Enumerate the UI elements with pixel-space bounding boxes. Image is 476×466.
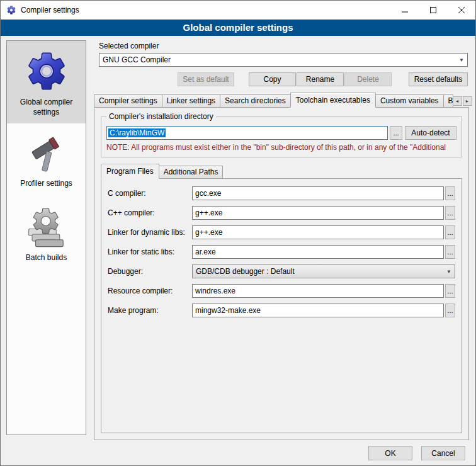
profiler-hammer-icon <box>9 134 84 175</box>
tab-toolchain-executables[interactable]: Toolchain executables <box>290 93 376 108</box>
rename-button[interactable]: Rename <box>297 72 344 86</box>
settings-tab-strip: Compiler settings Linker settings Search… <box>94 94 469 108</box>
sidebar-item-batch-builds[interactable]: Batch builds <box>7 198 86 270</box>
tab-program-files[interactable]: Program Files <box>101 164 159 179</box>
page-title: Global compiler settings <box>1 20 475 36</box>
maximize-icon <box>430 7 436 13</box>
tab-scroll-buttons: ◄ ► <box>453 96 472 108</box>
main-panel: Selected compiler GNU GCC Compiler ▼ Set… <box>93 38 470 441</box>
static-linker-label: Linker for static libs: <box>108 247 192 256</box>
blue-gear-icon <box>9 48 84 94</box>
resource-compiler-label: Resource compiler: <box>108 287 192 295</box>
resource-compiler-browse-button[interactable]: ... <box>445 284 455 298</box>
sidebar-item-profiler-settings[interactable]: Profiler settings <box>7 126 86 195</box>
compiler-action-buttons: Set as default Copy Rename Delete Reset … <box>99 72 468 86</box>
sidebar-item-label: Profiler settings <box>9 179 84 189</box>
set-as-default-button: Set as default <box>178 72 234 86</box>
installation-directory-group: Compiler's installation directory C:\ray… <box>101 116 462 157</box>
auto-detect-button[interactable]: Auto-detect <box>405 126 456 140</box>
copy-button[interactable]: Copy <box>249 72 296 86</box>
static-linker-row: Linker for static libs: ar.exe ... <box>108 245 455 259</box>
installation-directory-input[interactable]: C:\raylib\MinGW <box>106 126 388 140</box>
reset-defaults-button[interactable]: Reset defaults <box>409 72 468 86</box>
maximize-button[interactable] <box>419 1 447 20</box>
dynamic-linker-input[interactable]: g++.exe <box>192 225 444 239</box>
chevron-down-icon: ▼ <box>443 269 451 275</box>
settings-category-sidebar: Global compiler settings Profiler settin <box>6 40 86 435</box>
make-program-row: Make program: mingw32-make.exe ... <box>108 304 455 317</box>
compiler-settings-window: Compiler settings Global compiler settin… <box>0 0 476 466</box>
dialog-body: Global compiler settings Profiler settin <box>1 36 475 465</box>
c-compiler-browse-button[interactable]: ... <box>445 186 455 200</box>
make-program-label: Make program: <box>108 306 192 315</box>
static-linker-input[interactable]: ar.exe <box>192 245 444 259</box>
tab-compiler-settings[interactable]: Compiler settings <box>94 94 162 108</box>
debugger-label: Debugger: <box>108 267 192 276</box>
selected-compiler-label: Selected compiler <box>99 42 159 50</box>
installation-directory-browse-button[interactable]: ... <box>390 126 402 140</box>
toolchain-executables-panel: Compiler's installation directory C:\ray… <box>94 107 469 440</box>
program-files-panel: C compiler: gcc.exe ... C++ compiler: g+… <box>101 178 462 433</box>
cancel-button[interactable]: Cancel <box>421 446 465 460</box>
tab-linker-settings[interactable]: Linker settings <box>162 94 220 108</box>
close-icon <box>458 7 465 13</box>
cpp-compiler-label: C++ compiler: <box>108 208 192 217</box>
cpp-compiler-input[interactable]: g++.exe <box>192 206 444 220</box>
title-bar: Compiler settings <box>1 1 475 20</box>
cpp-compiler-row: C++ compiler: g++.exe ... <box>108 206 455 220</box>
tab-scroll-right-icon[interactable]: ► <box>463 96 472 106</box>
tab-custom-variables[interactable]: Custom variables <box>375 94 444 108</box>
installation-directory-group-title: Compiler's installation directory <box>106 112 216 121</box>
tab-additional-paths[interactable]: Additional Paths <box>159 166 224 179</box>
cpp-compiler-browse-button[interactable]: ... <box>445 206 455 220</box>
c-compiler-row: C compiler: gcc.exe ... <box>108 186 455 200</box>
tab-scroll-left-icon[interactable]: ◄ <box>453 96 462 106</box>
make-program-input[interactable]: mingw32-make.exe <box>192 304 444 317</box>
close-button[interactable] <box>447 1 475 20</box>
window-gear-icon <box>6 5 16 15</box>
selected-compiler-dropdown[interactable]: GNU GCC Compiler ▼ <box>99 53 468 67</box>
window-title: Compiler settings <box>21 6 79 14</box>
batch-builds-gear-icon <box>9 205 84 249</box>
tab-build-options-clipped[interactable]: Buil <box>443 94 453 108</box>
c-compiler-input[interactable]: gcc.exe <box>192 186 444 200</box>
debugger-row: Debugger: GDB/CDB debugger : Default ▼ <box>108 264 455 278</box>
chevron-down-icon: ▼ <box>455 57 464 63</box>
resource-compiler-input[interactable]: windres.exe <box>192 284 444 298</box>
minimize-button[interactable] <box>390 1 419 20</box>
resource-compiler-row: Resource compiler: windres.exe ... <box>108 284 455 298</box>
debugger-dropdown[interactable]: GDB/CDB debugger : Default ▼ <box>192 264 455 278</box>
dialog-footer: OK Cancel <box>368 446 465 460</box>
installation-directory-row: C:\raylib\MinGW ... Auto-detect <box>106 126 456 140</box>
dynamic-linker-row: Linker for dynamic libs: g++.exe ... <box>108 225 455 239</box>
c-compiler-label: C compiler: <box>108 189 192 198</box>
dynamic-linker-label: Linker for dynamic libs: <box>108 228 192 237</box>
make-program-browse-button[interactable]: ... <box>445 304 455 317</box>
sidebar-item-label: Global compiler settings <box>9 98 84 117</box>
delete-button: Delete <box>344 72 392 86</box>
tab-search-directories[interactable]: Search directories <box>220 94 291 108</box>
ok-button[interactable]: OK <box>368 446 412 460</box>
program-files-tab-strip: Program Files Additional Paths <box>101 165 462 179</box>
selected-compiler-value: GNU GCC Compiler <box>103 55 171 64</box>
installation-directory-selected-text: C:\raylib\MinGW <box>108 128 166 137</box>
static-linker-browse-button[interactable]: ... <box>445 245 455 259</box>
debugger-value: GDB/CDB debugger : Default <box>196 267 295 276</box>
sidebar-item-global-compiler-settings[interactable]: Global compiler settings <box>7 41 86 123</box>
sidebar-item-label: Batch builds <box>9 253 84 263</box>
dynamic-linker-browse-button[interactable]: ... <box>445 225 455 239</box>
bin-subdirectory-note: NOTE: All programs must exist either in … <box>106 143 456 152</box>
minimize-icon <box>402 7 408 13</box>
window-controls <box>390 1 475 20</box>
